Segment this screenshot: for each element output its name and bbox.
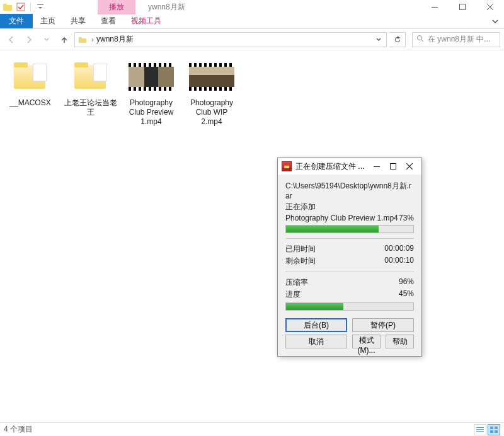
svg-rect-1: [3, 4, 7, 6]
ribbon-tab-video-tools[interactable]: 视频工具: [123, 14, 169, 28]
ribbon-expand-button[interactable]: [486, 14, 504, 28]
video-item[interactable]: Photography Club WIP 2.mp4: [185, 58, 238, 127]
svg-rect-7: [79, 37, 82, 39]
breadcrumb-separator[interactable]: ›: [89, 35, 96, 44]
quick-access-toolbar: [0, 0, 47, 14]
current-file-percent: 73%: [399, 214, 414, 222]
ribbon-tabs: 文件 主页 共享 查看 视频工具: [0, 14, 504, 29]
folder-item[interactable]: __MACOSX: [4, 58, 57, 127]
contextual-tab-play: 播放: [98, 0, 135, 14]
svg-rect-5: [460, 4, 466, 10]
breadcrumb-item[interactable]: ywnn8月新: [96, 34, 134, 45]
total-progress-value: 45%: [399, 289, 414, 300]
nav-forward-button[interactable]: [21, 32, 37, 47]
window-title: ywnn8月新: [148, 2, 185, 13]
folder-item[interactable]: 上老王论坛当老王: [64, 58, 117, 127]
title-bar: 播放 ywnn8月新: [0, 0, 504, 14]
svg-rect-15: [476, 431, 484, 432]
total-progress-label: 进度: [285, 289, 301, 300]
folder-icon: [73, 62, 108, 91]
file-progress-bar: [285, 225, 414, 233]
dialog-minimize-button[interactable]: [369, 160, 385, 173]
svg-rect-10: [284, 165, 289, 166]
svg-rect-6: [79, 38, 86, 43]
svg-rect-11: [374, 166, 380, 167]
minimize-button[interactable]: [421, 0, 449, 14]
breadcrumb-folder-icon: [76, 35, 89, 44]
dialog-title: 正在创建压缩文件 ...: [295, 161, 369, 172]
search-box[interactable]: 在 ywnn8月新 中...: [412, 32, 500, 47]
svg-rect-12: [391, 164, 396, 169]
current-file-name: Photography Club Preview 1.mp4: [285, 214, 398, 222]
total-progress-bar: [285, 302, 414, 311]
pause-button[interactable]: 暂停(P): [352, 318, 414, 332]
adding-label: 正在添加: [285, 202, 414, 212]
mode-button[interactable]: 模式(M)...: [352, 335, 381, 348]
qat-checkbox-icon[interactable]: [14, 0, 28, 14]
close-button[interactable]: [476, 0, 504, 14]
background-button[interactable]: 后台(B): [285, 318, 347, 332]
winrar-icon: [282, 161, 292, 171]
breadcrumb-dropdown-icon[interactable]: [372, 35, 385, 44]
ribbon-tab-home[interactable]: 主页: [33, 14, 63, 28]
dialog-maximize-button[interactable]: [385, 160, 401, 173]
svg-rect-19: [495, 430, 498, 433]
contextual-tab-group: 播放: [98, 0, 135, 14]
elapsed-value: 00:00:09: [384, 244, 414, 255]
item-count: 4 个项目: [4, 424, 33, 435]
file-list[interactable]: __MACOSX 上老王论坛当老王 Photography Club Previ…: [0, 50, 504, 422]
folder-icon: [13, 62, 48, 91]
nav-back-button[interactable]: [4, 32, 19, 47]
nav-recent-dropdown[interactable]: [39, 32, 54, 47]
maximize-button[interactable]: [449, 0, 476, 14]
nav-up-button[interactable]: [57, 32, 72, 47]
qat-dropdown-icon[interactable]: [33, 0, 47, 14]
item-label: __MACOSX: [9, 98, 50, 108]
svg-rect-14: [476, 429, 484, 430]
details-view-button[interactable]: [474, 424, 486, 435]
archive-path: C:\Users\95194\Desktop\ywnn8月新.rar: [285, 181, 414, 200]
navigation-bar: › ywnn8月新 在 ywnn8月新 中...: [0, 29, 504, 50]
address-bar[interactable]: › ywnn8月新: [74, 32, 387, 47]
icons-view-button[interactable]: [488, 424, 500, 435]
svg-rect-3: [37, 4, 43, 5]
svg-rect-4: [432, 7, 438, 8]
status-bar: 4 个项目: [0, 422, 504, 436]
svg-rect-18: [490, 430, 493, 433]
item-label: Photography Club WIP 2.mp4: [185, 98, 238, 127]
view-switcher: [474, 424, 500, 435]
elapsed-label: 已用时间: [285, 244, 316, 255]
winrar-progress-dialog: 正在创建压缩文件 ... C:\Users\95194\Desktop\ywnn…: [277, 158, 422, 357]
video-thumbnail-icon: [129, 63, 174, 91]
dialog-title-bar[interactable]: 正在创建压缩文件 ...: [278, 158, 421, 175]
help-button[interactable]: 帮助: [386, 335, 414, 348]
compression-ratio-label: 压缩率: [285, 277, 308, 288]
compression-ratio-value: 96%: [399, 277, 414, 288]
item-label: 上老王论坛当老王: [64, 98, 117, 117]
search-placeholder: 在 ywnn8月新 中...: [428, 34, 490, 45]
ribbon-file-tab[interactable]: 文件: [0, 14, 33, 28]
folder-app-icon: [3, 2, 13, 12]
video-thumbnail-icon: [189, 63, 234, 91]
svg-point-8: [418, 36, 422, 40]
window-controls: [421, 0, 504, 14]
remaining-value: 00:00:10: [384, 256, 414, 267]
refresh-button[interactable]: [389, 32, 406, 47]
cancel-button[interactable]: 取消: [285, 335, 347, 348]
ribbon-tab-view[interactable]: 查看: [93, 14, 123, 28]
svg-rect-13: [476, 427, 484, 428]
item-label: Photography Club Preview 1.mp4: [125, 98, 178, 127]
search-icon: [416, 35, 424, 44]
dialog-body: C:\Users\95194\Desktop\ywnn8月新.rar 正在添加 …: [278, 175, 421, 318]
svg-rect-0: [3, 5, 12, 11]
dialog-close-button[interactable]: [401, 160, 418, 173]
svg-rect-16: [490, 427, 493, 429]
svg-rect-17: [495, 427, 498, 429]
video-item[interactable]: Photography Club Preview 1.mp4: [125, 58, 178, 127]
remaining-label: 剩余时间: [285, 256, 316, 267]
dialog-buttons: 后台(B) 暂停(P) 取消 模式(M)... 帮助: [278, 318, 421, 356]
svg-rect-2: [17, 3, 25, 11]
ribbon-tab-share[interactable]: 共享: [63, 14, 93, 28]
